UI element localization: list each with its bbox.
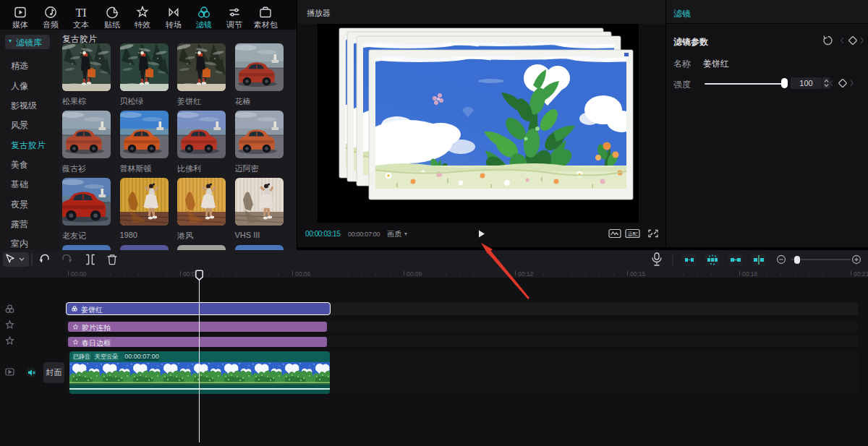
svg-text:适配: 适配 <box>628 231 638 237</box>
